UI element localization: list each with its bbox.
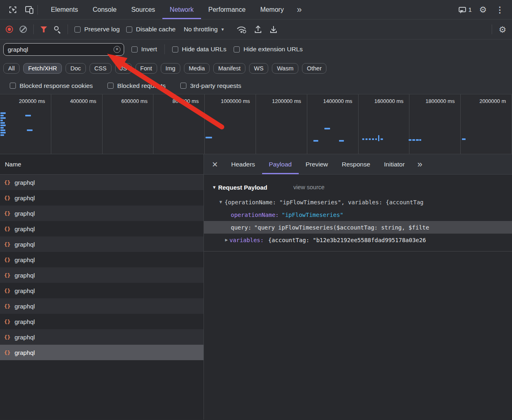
hide-extension-urls-checkbox[interactable]: Hide extension URLs <box>234 46 303 53</box>
timeline-tick: 2000000 m <box>461 94 512 154</box>
throttling-select[interactable]: No throttling ▾ <box>184 26 224 33</box>
name-column-header[interactable]: Name <box>0 154 203 175</box>
clear-network-log-icon[interactable] <box>20 26 27 33</box>
record-button[interactable] <box>6 26 13 33</box>
request-row[interactable]: {}graphql <box>0 283 203 298</box>
waterfall-bar <box>409 139 411 141</box>
payload-key: operationName: <box>231 212 279 218</box>
chip-wasm[interactable]: Wasm <box>272 63 298 74</box>
chip-manifest[interactable]: Manifest <box>213 63 245 74</box>
request-row[interactable]: {}graphql <box>0 314 203 329</box>
request-row-selected[interactable]: {}graphql <box>0 345 203 360</box>
expander-down-icon[interactable]: ▼ <box>219 199 222 205</box>
request-row[interactable]: {}graphql <box>0 236 203 252</box>
request-row[interactable]: {}graphql <box>0 190 203 206</box>
settings-gear-icon[interactable]: ⚙ <box>479 5 487 14</box>
search-icon[interactable] <box>54 26 61 33</box>
disable-cache-label: Disable cache <box>136 26 175 33</box>
payload-row-variables[interactable]: ▶ variables: {accountTag: "b12e3b2192ee5… <box>204 234 512 246</box>
chip-font[interactable]: Font <box>136 63 157 74</box>
request-row[interactable]: {}graphql <box>0 221 203 236</box>
fetch-xhr-icon: {} <box>4 210 11 217</box>
network-toolbar: Preserve log Disable cache No throttling… <box>0 20 512 39</box>
blocked-cookies-checkbox[interactable]: Blocked response cookies <box>10 82 93 90</box>
chip-other[interactable]: Other <box>302 63 326 74</box>
chip-img[interactable]: Img <box>161 63 180 74</box>
network-settings-gear-icon[interactable]: ⚙ <box>499 25 506 34</box>
tab-response[interactable]: Response <box>335 154 377 174</box>
clear-filter-icon[interactable]: × <box>114 46 120 53</box>
hide-data-urls-checkbox[interactable]: Hide data URLs <box>172 46 226 53</box>
payload-row-operationname[interactable]: operationName: "ipFlowTimeseries" <box>204 208 512 221</box>
details-tabbar: × Headers Payload Preview Response Initi… <box>204 154 512 175</box>
requests-panel: Name {}graphql {}graphql {}graphql {}gra… <box>0 154 204 420</box>
request-row[interactable]: {}graphql <box>0 267 203 283</box>
request-row[interactable]: {}graphql <box>0 175 203 190</box>
network-options-row: Blocked response cookies Blocked request… <box>0 77 512 94</box>
waterfall-bar <box>0 129 5 131</box>
waterfall-bar <box>206 137 212 138</box>
chip-media[interactable]: Media <box>184 63 210 74</box>
view-source-link[interactable]: view source <box>293 184 325 190</box>
payload-value: {accountTag: "b12e3b2192ee5588fdad995178… <box>268 237 426 243</box>
devtools-window: Elements Console Sources Network Perform… <box>0 0 512 420</box>
waterfall-overview[interactable]: 200000 ms 400000 ms 600000 ms 800000 ms … <box>0 94 512 154</box>
filter-icon[interactable] <box>40 26 47 33</box>
waterfall-bar <box>0 127 4 129</box>
record-dot-icon <box>8 28 11 31</box>
tab-preview[interactable]: Preview <box>299 154 335 174</box>
tab-elements[interactable]: Elements <box>44 0 85 19</box>
import-har-icon[interactable] <box>254 25 263 34</box>
disable-cache-checkbox[interactable]: Disable cache <box>126 26 175 33</box>
menu-dots-icon[interactable]: ⋮ <box>494 5 505 15</box>
waterfall-bar <box>313 140 318 142</box>
network-split-view: Name {}graphql {}graphql {}graphql {}gra… <box>0 154 512 420</box>
request-type-chips: All Fetch/XHR Doc CSS JS Font Img Media … <box>0 59 512 77</box>
payload-row-query-selected[interactable]: query: "query ipFlowTimeseries($accountT… <box>204 221 512 234</box>
export-har-icon[interactable] <box>269 25 278 34</box>
device-toolbar-icon[interactable] <box>21 2 37 17</box>
more-panels-icon[interactable]: » <box>291 0 307 19</box>
chip-css[interactable]: CSS <box>90 63 112 74</box>
request-name: graphql <box>15 179 35 186</box>
request-name: graphql <box>15 349 35 356</box>
tab-performance[interactable]: Performance <box>201 0 253 19</box>
chip-all[interactable]: All <box>3 63 20 74</box>
more-detail-tabs-icon[interactable]: » <box>411 159 428 170</box>
preserve-log-label: Preserve log <box>84 26 120 33</box>
tab-headers[interactable]: Headers <box>224 154 262 174</box>
request-row[interactable]: {}graphql <box>0 298 203 314</box>
fetch-xhr-icon: {} <box>4 319 11 325</box>
collapse-triangle-icon[interactable]: ▼ <box>212 185 217 190</box>
close-details-icon[interactable]: × <box>204 160 224 169</box>
expander-right-icon[interactable]: ▶ <box>225 237 228 243</box>
network-conditions-icon[interactable] <box>236 25 247 34</box>
chip-js[interactable]: JS <box>115 63 132 74</box>
preserve-log-checkbox[interactable]: Preserve log <box>74 26 120 33</box>
filter-input[interactable] <box>8 46 114 53</box>
issues-icon[interactable]: 1 <box>459 6 472 13</box>
tab-console[interactable]: Console <box>85 0 124 19</box>
waterfall-bar <box>462 138 466 140</box>
invert-checkbox[interactable]: Invert <box>131 46 157 53</box>
third-party-checkbox[interactable]: 3rd-party requests <box>180 82 241 90</box>
chip-ws[interactable]: WS <box>249 63 268 74</box>
payload-root-preview: {operationName: "ipFlowTimeseries", vari… <box>225 199 424 206</box>
timeline-tick: 200000 ms <box>0 94 51 154</box>
tab-sources[interactable]: Sources <box>124 0 162 19</box>
payload-value: "query ipFlowTimeseries($accountTag: str… <box>254 224 429 231</box>
chip-doc[interactable]: Doc <box>66 63 86 74</box>
request-row[interactable]: {}graphql <box>0 206 203 221</box>
inspect-element-icon[interactable] <box>5 2 21 17</box>
fetch-xhr-icon: {} <box>4 257 11 263</box>
blocked-requests-checkbox[interactable]: Blocked requests <box>107 82 166 90</box>
tab-initiator[interactable]: Initiator <box>377 154 412 174</box>
request-row[interactable]: {}graphql <box>0 252 203 267</box>
tab-network[interactable]: Network <box>162 0 201 19</box>
waterfall-bar <box>339 140 344 142</box>
payload-root-row[interactable]: ▼ {operationName: "ipFlowTimeseries", va… <box>204 196 512 208</box>
tab-memory[interactable]: Memory <box>253 0 291 19</box>
request-row[interactable]: {}graphql <box>0 329 203 345</box>
tab-payload[interactable]: Payload <box>262 154 299 174</box>
chip-fetch-xhr[interactable]: Fetch/XHR <box>23 63 62 74</box>
